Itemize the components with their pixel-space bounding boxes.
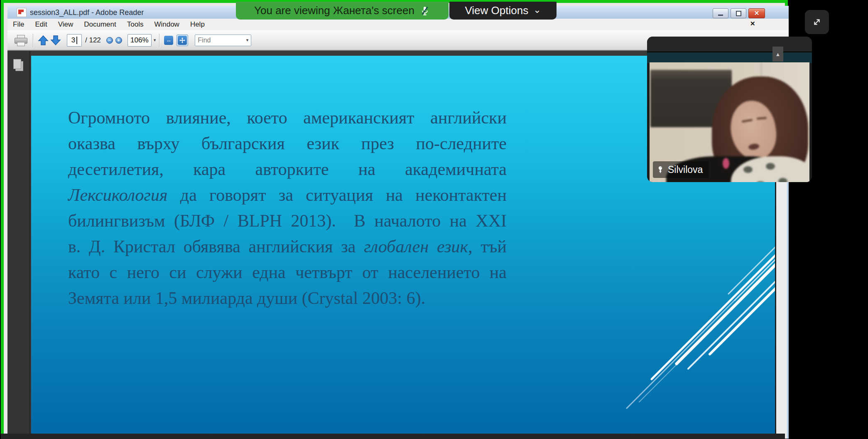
menu-item-document[interactable]: Document <box>78 19 121 30</box>
menu-item-file[interactable]: File <box>7 19 29 30</box>
scarf-pattern <box>778 178 787 182</box>
mic-muted-icon <box>419 5 430 16</box>
minimize-icon <box>718 15 723 16</box>
find-input[interactable]: Find ▾ <box>195 35 251 46</box>
menu-bar: FileEditViewDocumentToolsWindowHelp ✕ <box>7 19 789 31</box>
arrow-down-icon <box>50 35 61 46</box>
minus-icon: − <box>108 37 111 43</box>
text-cursor <box>76 37 77 44</box>
screenshot-stage: session3_ALL.pdf - Adobe Reader ✕ FileEd… <box>0 0 868 439</box>
scrollbar-up-button[interactable]: ▲ <box>772 47 783 62</box>
toolbar-separator <box>33 34 34 47</box>
participant-name-tag: Silvilova <box>653 161 709 178</box>
page-number-input[interactable]: 3 <box>67 34 82 47</box>
webcam-video-panel[interactable]: Silvilova <box>647 37 812 182</box>
webcam-video: Silvilova <box>650 62 809 182</box>
menubar-close-icon[interactable]: ✕ <box>750 20 755 27</box>
pages-icon-front <box>13 59 21 69</box>
menu-item-edit[interactable]: Edit <box>29 19 52 30</box>
zoom-in-button[interactable]: + <box>115 37 122 44</box>
scroll-up-icon: ▲ <box>775 51 781 57</box>
view-options-label: View Options <box>465 4 528 17</box>
participant-name: Silvilova <box>668 164 703 175</box>
page-total-label: / 122 <box>85 36 101 44</box>
printer-icon-tray <box>17 42 25 46</box>
four-arrows-icon <box>179 37 185 43</box>
toolbar-separator <box>159 34 160 47</box>
viewing-screen-banner: You are viewing Жанета's screen <box>236 2 449 20</box>
zoom-level-value: 106% <box>130 36 148 44</box>
menu-item-tools[interactable]: Tools <box>122 19 149 30</box>
next-page-button[interactable] <box>50 35 61 46</box>
menu-item-window[interactable]: Window <box>149 19 184 30</box>
menu-bar-items: FileEditViewDocumentToolsWindowHelp <box>7 19 210 30</box>
scarf-pattern <box>743 166 753 173</box>
fullscreen-expand-button[interactable] <box>805 10 829 34</box>
fit-width-icon: ↔ <box>166 37 172 43</box>
fit-page-button-selected[interactable] <box>177 35 188 46</box>
viewing-screen-text: You are viewing Жанета's screen <box>254 4 414 17</box>
scarf-pattern <box>766 163 775 170</box>
zoom-dropdown-icon[interactable]: ▾ <box>154 37 156 43</box>
scrolling-mode-button[interactable]: ↔ <box>164 36 173 45</box>
menu-item-view[interactable]: View <box>53 19 79 30</box>
find-dropdown-icon[interactable]: ▾ <box>246 37 249 43</box>
minimize-button[interactable] <box>713 8 728 18</box>
zoom-level-input[interactable]: 106% <box>128 34 152 47</box>
bottom-edge-strip <box>1 434 785 439</box>
zoom-out-button[interactable]: − <box>106 37 113 44</box>
navigation-panel-strip <box>7 51 30 439</box>
window-controls: ✕ <box>713 8 765 18</box>
menu-item-help[interactable]: Help <box>185 19 210 30</box>
page-number-value: 3 <box>71 36 75 44</box>
plus-icon: + <box>117 37 120 43</box>
view-options-button[interactable]: View Options ⌄ <box>449 2 557 20</box>
window-title: session3_ALL.pdf - Adobe Reader <box>30 8 144 17</box>
close-button[interactable]: ✕ <box>748 8 765 18</box>
arrow-up-icon <box>38 35 49 46</box>
fit-page-icon <box>178 36 187 45</box>
chevron-down-icon: ⌄ <box>533 5 541 15</box>
pdf-file-icon <box>17 8 27 17</box>
close-icon: ✕ <box>754 10 760 17</box>
expand-diagonal-icon <box>810 15 824 29</box>
scarf-accent <box>723 158 729 169</box>
find-placeholder: Find <box>198 37 211 44</box>
previous-page-button[interactable] <box>38 35 49 46</box>
restore-button[interactable] <box>731 8 746 18</box>
webcam-letterbox-top <box>647 37 812 52</box>
print-button[interactable] <box>15 35 27 46</box>
webcam-letterbox-band <box>647 52 812 63</box>
pin-icon <box>656 165 664 174</box>
pages-panel-icon[interactable] <box>13 59 23 71</box>
restore-icon <box>736 11 741 16</box>
